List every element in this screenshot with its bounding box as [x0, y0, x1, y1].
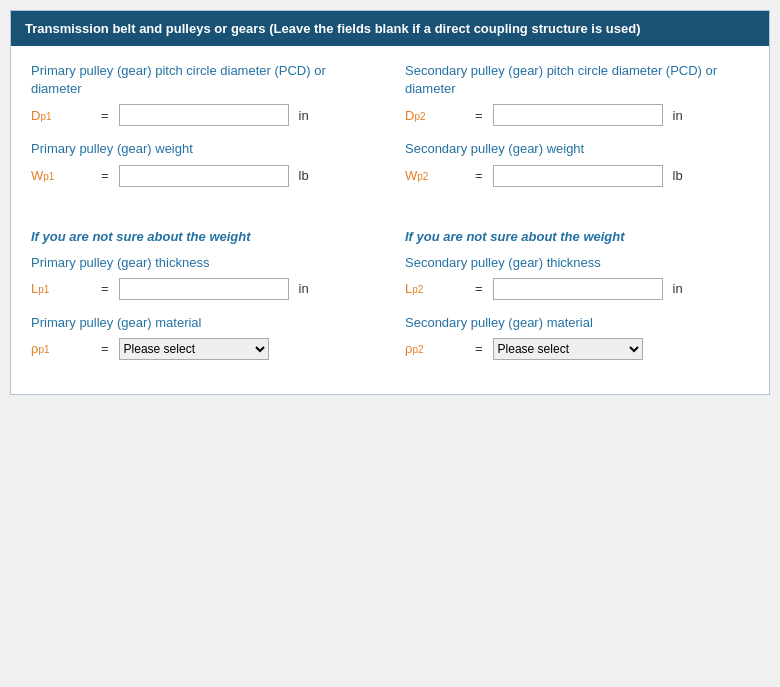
right-thickness-group: Secondary pulley (gear) thickness Lp2 = …	[405, 254, 749, 300]
right-weight-label: Secondary pulley (gear) weight	[405, 140, 749, 158]
panel-title: Transmission belt and pulleys or gears (…	[25, 21, 641, 36]
left-thickness-label: Primary pulley (gear) thickness	[31, 254, 375, 272]
lp2-row: Lp2 = in	[405, 278, 749, 300]
left-weight-label: Primary pulley (gear) weight	[31, 140, 375, 158]
dp1-row: Dp1 = in	[31, 104, 375, 126]
dp2-row: Dp2 = in	[405, 104, 749, 126]
rho-p2-row: ρp2 = Please select Steel Cast Iron Alum…	[405, 338, 749, 360]
rho-p1-select[interactable]: Please select Steel Cast Iron Aluminum B…	[119, 338, 269, 360]
right-not-sure: If you are not sure about the weight	[405, 229, 749, 244]
right-weight-group: Secondary pulley (gear) weight Wp2 = lb	[405, 140, 749, 186]
lp2-equals: =	[475, 281, 483, 296]
rho-p2-var-label: ρp2	[405, 341, 465, 356]
lp1-equals: =	[101, 281, 109, 296]
lp1-var-label: Lp1	[31, 281, 91, 296]
wp2-unit: lb	[673, 168, 683, 183]
wp2-equals: =	[475, 168, 483, 183]
right-column: Secondary pulley (gear) pitch circle dia…	[405, 62, 749, 374]
two-col-layout: Primary pulley (gear) pitch circle diame…	[31, 62, 749, 374]
right-separator-1	[405, 201, 749, 219]
right-material-label: Secondary pulley (gear) material	[405, 314, 749, 332]
rho-p2-select[interactable]: Please select Steel Cast Iron Aluminum B…	[493, 338, 643, 360]
wp1-var-label: Wp1	[31, 168, 91, 183]
left-pcd-group: Primary pulley (gear) pitch circle diame…	[31, 62, 375, 126]
right-pcd-label: Secondary pulley (gear) pitch circle dia…	[405, 62, 749, 98]
dp1-unit: in	[299, 108, 309, 123]
lp1-unit: in	[299, 281, 309, 296]
lp2-input[interactable]	[493, 278, 663, 300]
lp1-row: Lp1 = in	[31, 278, 375, 300]
wp2-row: Wp2 = lb	[405, 165, 749, 187]
right-material-group: Secondary pulley (gear) material ρp2 = P…	[405, 314, 749, 360]
left-weight-group: Primary pulley (gear) weight Wp1 = lb	[31, 140, 375, 186]
wp2-input[interactable]	[493, 165, 663, 187]
lp2-unit: in	[673, 281, 683, 296]
left-separator-1	[31, 201, 375, 219]
left-thickness-group: Primary pulley (gear) thickness Lp1 = in	[31, 254, 375, 300]
wp1-equals: =	[101, 168, 109, 183]
right-pcd-group: Secondary pulley (gear) pitch circle dia…	[405, 62, 749, 126]
dp1-input[interactable]	[119, 104, 289, 126]
panel-header: Transmission belt and pulleys or gears (…	[11, 11, 769, 46]
dp1-var-label: Dp1	[31, 108, 91, 123]
rho-p1-var-label: ρp1	[31, 341, 91, 356]
left-not-sure: If you are not sure about the weight	[31, 229, 375, 244]
dp2-equals: =	[475, 108, 483, 123]
main-panel: Transmission belt and pulleys or gears (…	[10, 10, 770, 395]
wp1-row: Wp1 = lb	[31, 165, 375, 187]
left-pcd-label: Primary pulley (gear) pitch circle diame…	[31, 62, 375, 98]
dp2-input[interactable]	[493, 104, 663, 126]
rho-p1-equals: =	[101, 341, 109, 356]
rho-p2-equals: =	[475, 341, 483, 356]
dp2-var-label: Dp2	[405, 108, 465, 123]
wp1-unit: lb	[299, 168, 309, 183]
right-thickness-label: Secondary pulley (gear) thickness	[405, 254, 749, 272]
lp2-var-label: Lp2	[405, 281, 465, 296]
dp1-equals: =	[101, 108, 109, 123]
wp2-var-label: Wp2	[405, 168, 465, 183]
rho-p1-row: ρp1 = Please select Steel Cast Iron Alum…	[31, 338, 375, 360]
wp1-input[interactable]	[119, 165, 289, 187]
panel-body: Primary pulley (gear) pitch circle diame…	[11, 46, 769, 394]
left-material-group: Primary pulley (gear) material ρp1 = Ple…	[31, 314, 375, 360]
left-column: Primary pulley (gear) pitch circle diame…	[31, 62, 375, 374]
lp1-input[interactable]	[119, 278, 289, 300]
left-material-label: Primary pulley (gear) material	[31, 314, 375, 332]
dp2-unit: in	[673, 108, 683, 123]
